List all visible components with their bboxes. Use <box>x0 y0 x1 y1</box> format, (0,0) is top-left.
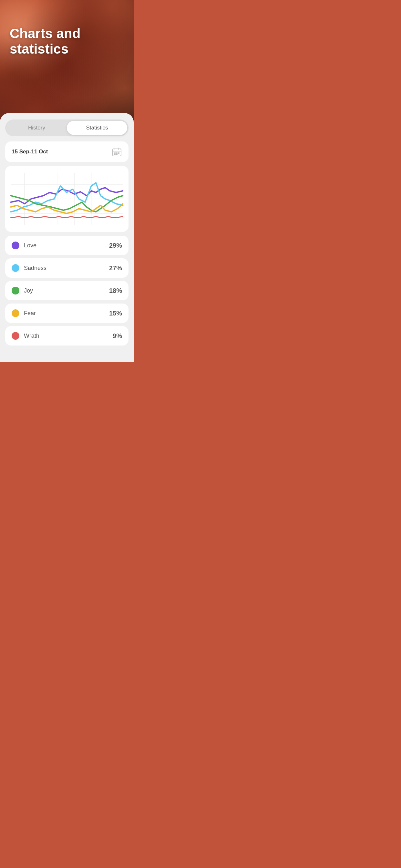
chart-card <box>5 166 128 232</box>
tab-bar: History Statistics <box>5 120 128 136</box>
date-range-card[interactable]: 15 Sep-11 Oct <box>5 142 128 162</box>
emotion-card-love[interactable]: Love29% <box>5 236 128 255</box>
emotion-list: Love29%Sadness27%Joy18%Fear15%Wrath9% <box>5 236 128 345</box>
svg-rect-6 <box>118 152 120 154</box>
fear-percentage: 15% <box>109 310 122 317</box>
wrath-name: Wrath <box>24 333 39 339</box>
wrath-line <box>11 217 123 218</box>
fear-name: Fear <box>24 310 36 317</box>
tab-history[interactable]: History <box>6 121 67 135</box>
joy-dot <box>11 287 19 294</box>
date-range-label: 15 Sep-11 Oct <box>11 149 48 155</box>
love-name: Love <box>24 242 36 249</box>
svg-rect-7 <box>114 154 116 155</box>
wrath-percentage: 9% <box>113 332 122 340</box>
wrath-dot <box>11 332 19 340</box>
sadness-dot <box>11 264 19 272</box>
page-title: Charts and statistics <box>10 26 124 57</box>
love-percentage: 29% <box>109 242 122 249</box>
emotion-card-sadness[interactable]: Sadness27% <box>5 258 128 278</box>
hero-background: Charts and statistics <box>0 0 134 123</box>
svg-rect-5 <box>116 152 118 154</box>
sadness-percentage: 27% <box>109 265 122 272</box>
svg-rect-8 <box>116 154 118 155</box>
joy-percentage: 18% <box>109 287 122 294</box>
love-line <box>11 188 123 204</box>
main-card: History Statistics 15 Sep-11 Oct <box>0 113 134 362</box>
emotion-card-joy[interactable]: Joy18% <box>5 281 128 300</box>
joy-name: Joy <box>24 287 33 294</box>
love-dot <box>11 242 19 249</box>
emotion-card-fear[interactable]: Fear15% <box>5 304 128 323</box>
tab-statistics[interactable]: Statistics <box>67 121 127 135</box>
sadness-line <box>11 183 123 212</box>
fear-dot <box>11 309 19 317</box>
emotion-chart <box>8 170 126 228</box>
emotion-card-wrath[interactable]: Wrath9% <box>5 326 128 345</box>
calendar-icon[interactable] <box>112 147 122 157</box>
sadness-name: Sadness <box>24 265 47 272</box>
svg-rect-4 <box>114 152 116 154</box>
